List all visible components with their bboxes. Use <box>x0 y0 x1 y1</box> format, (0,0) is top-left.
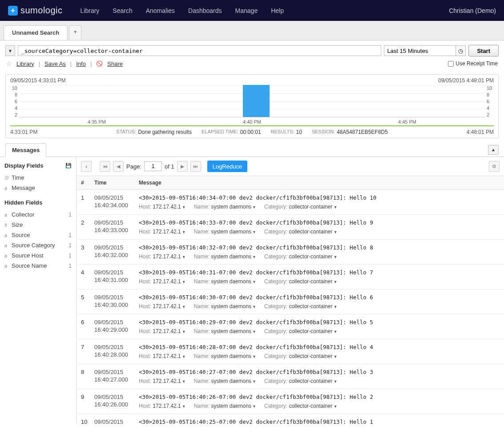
library-link[interactable]: Library <box>16 60 34 67</box>
table-row[interactable]: 609/05/201516:40:29.000<30>2015-09-05T16… <box>77 314 504 339</box>
col-time[interactable]: Time <box>94 180 139 186</box>
nav-links: Library Search Anomalies Dashboards Mana… <box>81 7 284 14</box>
histogram-panel: 09/05/2015 4:33:01 PM 09/05/2015 4:48:01… <box>5 74 499 138</box>
nav-manage[interactable]: Manage <box>235 7 258 14</box>
log-line: <30>2015-09-05T16:40:28-07:00 dev2 docke… <box>139 344 500 350</box>
new-tab-button[interactable]: + <box>69 25 81 40</box>
logreduce-button[interactable]: LogReduce <box>207 161 248 172</box>
paginator: ‹ ⏮ ◀ Page: of 1 ▶ ⏭ LogReduce ⚙ <box>77 157 504 176</box>
row-time: 09/05/201516:40:29.000 <box>94 319 139 334</box>
results-rows[interactable]: 109/05/201516:40:34.000<30>2015-09-05T16… <box>77 190 504 424</box>
hist-footer-right-time: 4:48:01 PM <box>467 129 494 135</box>
table-row[interactable]: 509/05/201516:40:30.000<30>2015-09-05T16… <box>77 289 504 314</box>
log-line: <30>2015-09-05T16:40:34-07:00 dev2 docke… <box>139 194 500 201</box>
col-num[interactable]: # <box>81 180 94 186</box>
share-link[interactable]: Share <box>107 60 123 67</box>
row-num: 9 <box>81 394 94 409</box>
start-button[interactable]: Start <box>468 45 499 56</box>
hidden-field-item[interactable]: aSource1 <box>4 230 72 240</box>
log-line: <30>2015-09-05T16:40:25-07:00 dev2 docke… <box>139 418 500 424</box>
display-field-item[interactable]: aMessage <box>4 183 72 193</box>
nav-help[interactable]: Help <box>271 7 284 14</box>
hidden-field-item[interactable]: aSource Name1 <box>4 261 72 271</box>
save-as-link[interactable]: Save As <box>44 60 66 67</box>
log-line: <30>2015-09-05T16:40:26-07:00 dev2 docke… <box>139 394 500 400</box>
page-back-button[interactable]: ‹ <box>81 161 92 172</box>
favorite-star-icon[interactable]: ☆ <box>6 60 12 67</box>
row-message: <30>2015-09-05T16:40:34-07:00 dev2 docke… <box>139 194 500 210</box>
histogram-bar[interactable] <box>243 85 270 117</box>
top-nav: + sumologic Library Search Anomalies Das… <box>0 0 504 21</box>
hist-start-time: 09/05/2015 4:33:01 PM <box>10 77 66 84</box>
time-range-picker[interactable]: ◷ <box>384 45 466 56</box>
log-line: <30>2015-09-05T16:40:30-07:00 dev2 docke… <box>139 294 500 301</box>
hidden-field-item[interactable]: aSource Category1 <box>4 240 72 250</box>
log-line: <30>2015-09-05T16:40:31-07:00 dev2 docke… <box>139 269 500 276</box>
settings-gear-icon[interactable]: ⚙ <box>489 161 500 172</box>
hist-y-axis-right: 10 8 6 4 2 <box>485 85 494 117</box>
page-next-button[interactable]: ▶ <box>177 161 188 172</box>
elapsed-value: 00:00:01 <box>240 129 261 135</box>
brand-name: sumologic <box>20 5 63 16</box>
query-input[interactable] <box>18 45 381 56</box>
user-menu[interactable]: Christian (Demo) <box>449 7 496 14</box>
nav-library[interactable]: Library <box>81 7 100 14</box>
save-fields-icon[interactable]: 💾 <box>65 163 72 169</box>
log-line: <30>2015-09-05T16:40:29-07:00 dev2 docke… <box>139 319 500 325</box>
page-of: of 1 <box>165 163 174 170</box>
log-line: <30>2015-09-05T16:40:33-07:00 dev2 docke… <box>139 219 500 226</box>
row-num: 7 <box>81 344 94 359</box>
clock-icon[interactable]: ◷ <box>456 46 465 56</box>
hidden-field-item[interactable]: #Size <box>4 220 72 230</box>
query-dropdown-toggle[interactable]: ▼ <box>5 45 15 56</box>
status-value: Done gathering results <box>138 129 192 135</box>
table-row[interactable]: 709/05/201516:40:28.000<30>2015-09-05T16… <box>77 339 504 364</box>
nav-anomalies[interactable]: Anomalies <box>146 7 175 14</box>
search-tab-active[interactable]: Unnamed Search <box>4 25 68 40</box>
table-row[interactable]: 409/05/201516:40:31.000<30>2015-09-05T16… <box>77 265 504 289</box>
brand-logo[interactable]: + sumologic <box>8 5 63 16</box>
row-time: 09/05/201516:40:30.000 <box>94 294 139 309</box>
page-input[interactable] <box>144 161 162 171</box>
nav-dashboards[interactable]: Dashboards <box>188 7 222 14</box>
page-prev-button[interactable]: ◀ <box>113 161 124 172</box>
hidden-field-item[interactable]: aSource Host1 <box>4 250 72 261</box>
page-first-button[interactable]: ⏮ <box>100 161 110 172</box>
table-row[interactable]: 909/05/201516:40:26.000<30>2015-09-05T16… <box>77 389 504 414</box>
histogram-chart[interactable] <box>19 85 485 117</box>
col-message[interactable]: Message <box>139 180 500 186</box>
info-link[interactable]: Info <box>76 60 86 67</box>
table-row[interactable]: 809/05/201516:40:27.000<30>2015-09-05T16… <box>77 364 504 389</box>
brand-mark-icon: + <box>8 6 18 16</box>
query-sublinks: ☆ Library | Save As | Info | 🚫 Share Use… <box>0 60 504 72</box>
results-tab-strip: Messages ▲ <box>0 143 504 157</box>
table-row[interactable]: 309/05/201516:40:32.000<30>2015-09-05T16… <box>77 240 504 265</box>
row-time: 09/05/201516:40:27.000 <box>94 369 139 384</box>
row-time: 09/05/201516:40:31.000 <box>94 269 139 285</box>
hist-x-labels: 4:35 PM 4:40 PM 4:45 PM <box>19 119 485 125</box>
display-field-item[interactable]: ⊙Time <box>4 173 72 183</box>
row-message: <30>2015-09-05T16:40:26-07:00 dev2 docke… <box>139 394 500 409</box>
row-num: 8 <box>81 369 94 384</box>
hist-end-time: 09/05/2015 4:48:01 PM <box>438 77 494 84</box>
hidden-field-item[interactable]: aCollector1 <box>4 209 72 220</box>
row-num: 10 <box>81 418 94 424</box>
use-receipt-time-checkbox[interactable] <box>448 61 454 67</box>
page-last-button[interactable]: ⏭ <box>190 161 201 172</box>
hist-range-bar[interactable] <box>10 125 494 126</box>
row-time: 09/05/201516:40:32.000 <box>94 244 139 260</box>
use-receipt-time-label: Use Receipt Time <box>456 60 498 67</box>
use-receipt-time-toggle[interactable]: Use Receipt Time <box>448 60 498 67</box>
row-time: 09/05/201516:40:33.000 <box>94 219 139 235</box>
table-row[interactable]: 1009/05/201516:40:25.000<30>2015-09-05T1… <box>77 414 504 424</box>
row-message: <30>2015-09-05T16:40:27-07:00 dev2 docke… <box>139 369 500 384</box>
row-message: <30>2015-09-05T16:40:28-07:00 dev2 docke… <box>139 344 500 359</box>
table-row[interactable]: 209/05/201516:40:33.000<30>2015-09-05T16… <box>77 215 504 240</box>
collapse-results-button[interactable]: ▲ <box>488 145 499 155</box>
time-range-input[interactable] <box>384 46 456 56</box>
nav-search[interactable]: Search <box>113 7 132 14</box>
row-time: 09/05/201516:40:25.000 <box>94 418 139 424</box>
table-row[interactable]: 109/05/201516:40:34.000<30>2015-09-05T16… <box>77 190 504 215</box>
tab-messages[interactable]: Messages <box>5 143 46 157</box>
session-value: 48A54871EB5EF8D5 <box>337 129 388 135</box>
